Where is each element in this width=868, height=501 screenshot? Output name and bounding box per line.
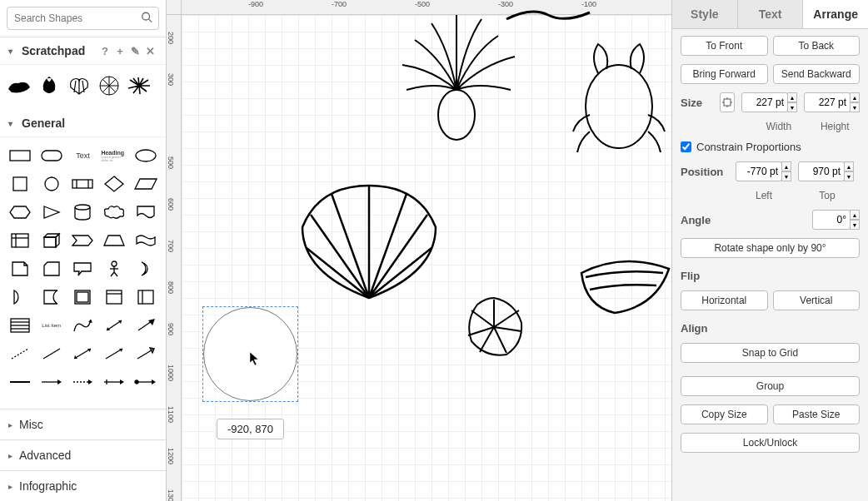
shape-circle[interactable] <box>38 172 65 196</box>
shape-diamond[interactable] <box>101 172 127 196</box>
shape-rect[interactable] <box>7 144 33 167</box>
left-up[interactable]: ▲ <box>781 161 791 171</box>
section-advanced[interactable]: ▸ Advanced <box>0 439 166 470</box>
left-down[interactable]: ▼ <box>781 171 791 181</box>
top-down[interactable]: ▼ <box>844 171 854 181</box>
shape-dashed[interactable] <box>7 342 33 365</box>
shape-square[interactable] <box>7 172 33 196</box>
shape-roundrect[interactable] <box>38 144 65 167</box>
angle-up[interactable]: ▲ <box>850 210 860 220</box>
shape-halfcircle[interactable] <box>7 285 33 309</box>
shape-list[interactable] <box>7 314 33 337</box>
width-up[interactable]: ▲ <box>787 92 797 102</box>
shape-top[interactable] <box>498 2 598 27</box>
section-misc[interactable]: ▸ Misc <box>0 409 166 439</box>
snap-to-grid-button[interactable]: Snap to Grid <box>681 343 860 363</box>
top-up[interactable]: ▲ <box>844 161 854 171</box>
shape-conn4[interactable] <box>101 370 127 394</box>
shape-heading[interactable]: HeadingLorem ipsum dolor sit <box>101 144 127 167</box>
lock-unlock-button[interactable]: Lock/Unlock <box>681 433 860 453</box>
shape-and[interactable] <box>38 285 65 309</box>
angle-input[interactable] <box>812 210 851 230</box>
group-button[interactable]: Group <box>681 376 860 396</box>
shape-cylinder[interactable] <box>70 201 97 224</box>
pencil-icon[interactable]: ✎ <box>127 45 142 57</box>
shape-card[interactable] <box>38 257 65 280</box>
shape-step[interactable] <box>70 229 97 252</box>
flip-vertical-button[interactable]: Vertical <box>773 290 861 310</box>
angle-down[interactable]: ▼ <box>850 220 860 230</box>
shape-actor[interactable] <box>101 257 127 280</box>
shape-anemone[interactable] <box>390 7 523 148</box>
shape-curve[interactable] <box>70 314 97 337</box>
scratchpad-header[interactable]: ▾ Scratchpad ? + ✎ ✕ <box>0 37 166 65</box>
tab-arrange[interactable]: Arrange <box>803 0 868 28</box>
shape-note[interactable] <box>7 257 33 280</box>
shape-line2[interactable] <box>70 342 97 365</box>
shape-cube[interactable] <box>38 229 65 252</box>
shape-mussel[interactable] <box>573 248 671 323</box>
shape-tape[interactable] <box>132 229 159 252</box>
to-front-button[interactable]: To Front <box>681 36 768 56</box>
scratch-item-5[interactable] <box>127 73 152 98</box>
shape-conn2[interactable] <box>38 370 65 394</box>
constrain-checkbox-row[interactable]: Constrain Proportions <box>681 141 860 153</box>
search-input[interactable] <box>7 7 159 30</box>
shape-line1[interactable] <box>38 342 65 365</box>
shape-container2[interactable] <box>101 285 127 309</box>
to-back-button[interactable]: To Back <box>773 36 861 56</box>
canvas-surface[interactable]: -920, 870 <box>182 15 671 501</box>
shape-ellipse[interactable] <box>132 144 159 167</box>
shape-doc[interactable] <box>132 201 159 224</box>
section-infographic[interactable]: ▸ Infographic <box>0 470 166 501</box>
height-input[interactable] <box>804 92 851 112</box>
shape-listitem[interactable]: List Item <box>38 314 65 337</box>
plus-icon[interactable]: + <box>112 45 127 57</box>
scratch-item-3[interactable] <box>67 73 92 98</box>
shape-crab[interactable] <box>565 32 671 165</box>
shape-text[interactable]: Text <box>70 144 97 167</box>
rotate-90-button[interactable]: Rotate shape only by 90° <box>681 238 860 258</box>
scratch-item-2[interactable] <box>37 73 62 98</box>
shape-trapezoid[interactable] <box>101 229 127 252</box>
shape-line3[interactable] <box>101 342 127 365</box>
shape-cloud[interactable] <box>101 201 127 224</box>
tab-style[interactable]: Style <box>672 0 738 28</box>
width-input[interactable] <box>741 92 788 112</box>
autosize-icon[interactable] <box>720 92 735 112</box>
paste-size-button[interactable]: Paste Size <box>773 404 861 424</box>
scratch-item-1[interactable] <box>7 73 32 98</box>
shape-conn3[interactable] <box>70 370 97 394</box>
left-input[interactable] <box>736 161 782 181</box>
tab-text[interactable]: Text <box>738 0 804 28</box>
width-down[interactable]: ▼ <box>787 102 797 112</box>
shape-container3[interactable] <box>132 285 159 309</box>
shape-biarrow[interactable] <box>101 314 127 337</box>
scratch-item-4[interactable] <box>97 73 122 98</box>
shape-conn1[interactable] <box>7 370 33 394</box>
bring-forward-button[interactable]: Bring Forward <box>681 64 768 84</box>
shape-parallelogram[interactable] <box>132 172 159 196</box>
shape-shell[interactable] <box>282 173 456 306</box>
top-input[interactable] <box>798 161 845 181</box>
canvas[interactable]: -900 -700 -500 -300 -100 200 300 500 600… <box>167 0 671 501</box>
flip-horizontal-button[interactable]: Horizontal <box>681 290 768 310</box>
close-icon[interactable]: ✕ <box>142 45 157 57</box>
shape-callout[interactable] <box>70 257 97 280</box>
shape-arrow[interactable] <box>132 314 159 337</box>
shape-container[interactable] <box>70 285 97 309</box>
shape-internal[interactable] <box>7 229 33 252</box>
shape-process[interactable] <box>70 172 97 196</box>
height-up[interactable]: ▲ <box>850 92 860 102</box>
shape-urchin[interactable] <box>456 290 531 365</box>
general-header[interactable]: ▾ General <box>0 110 166 137</box>
send-backward-button[interactable]: Send Backward <box>773 64 861 84</box>
shape-conn5[interactable] <box>132 370 159 394</box>
shape-crescent[interactable] <box>132 257 159 280</box>
height-down[interactable]: ▼ <box>850 102 860 112</box>
constrain-checkbox[interactable] <box>681 141 691 152</box>
help-icon[interactable]: ? <box>97 45 112 57</box>
shape-line4[interactable] <box>132 342 159 365</box>
shape-triangle[interactable] <box>38 201 65 224</box>
copy-size-button[interactable]: Copy Size <box>681 404 768 424</box>
